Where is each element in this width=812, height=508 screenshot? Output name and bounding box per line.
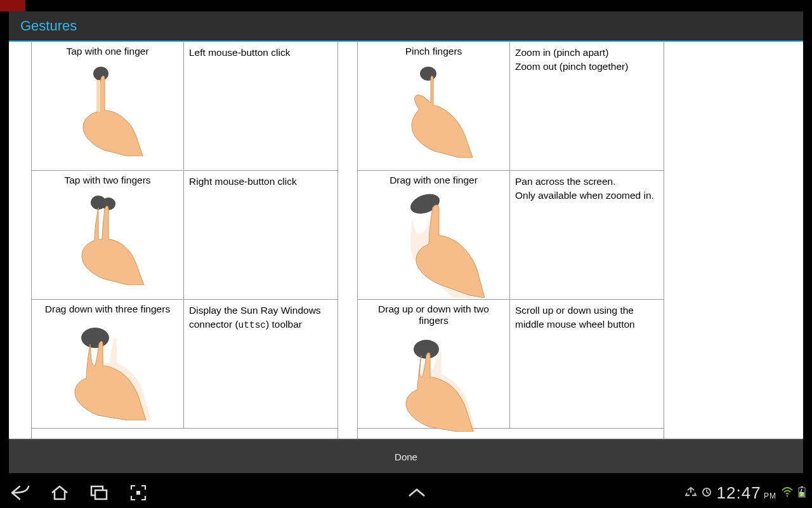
action-cell: Right mouse-button click <box>184 171 337 299</box>
action-cell: Pan across the screen. Only available wh… <box>510 171 664 299</box>
gesture-label: Drag with one finger <box>363 175 504 186</box>
left-gesture-table: Tap with one finger Left mouse-button cl… <box>32 42 337 439</box>
gesture-cell: Tap with one finger <box>32 42 184 170</box>
screenshot-icon[interactable] <box>128 483 148 503</box>
home-icon[interactable] <box>49 483 70 503</box>
gesture-label: Drag up or down with two fingers <box>363 304 504 326</box>
gestures-dialog: Gestures Tap with one finger Left mouse-… <box>9 11 803 473</box>
action-text-suffix: ) toolbar <box>266 319 302 330</box>
action-text: Pan across the screen. Only available wh… <box>515 176 654 201</box>
table-row: Tap with one finger Left mouse-button cl… <box>32 42 337 171</box>
center-gap <box>337 42 358 439</box>
two-finger-drag-icon <box>390 330 478 432</box>
svg-point-11 <box>787 495 789 497</box>
clock-time: 12:47 <box>717 483 761 502</box>
one-finger-drag-icon <box>383 190 485 298</box>
gesture-cell: Tap with two fingers <box>32 171 184 299</box>
right-gesture-table: Pinch fingers Zoom in (pinch apart) Zoom… <box>358 42 664 439</box>
svg-point-4 <box>420 67 436 81</box>
action-code: uttsc <box>239 320 266 330</box>
action-text: Left mouse-button click <box>189 47 290 58</box>
table-row: Drag up or down with two fingers Scroll … <box>358 300 664 429</box>
right-margin <box>664 42 785 439</box>
sync-icon <box>702 487 712 499</box>
one-finger-tap-icon <box>67 61 149 156</box>
svg-rect-13 <box>801 486 803 488</box>
recent-apps-icon[interactable] <box>89 483 109 503</box>
gesture-cell: Drag with one finger <box>358 171 510 299</box>
table-row: Drag with one finger Pan across the scre… <box>358 171 664 300</box>
action-cell: Left mouse-button click <box>184 42 337 170</box>
clock[interactable]: 12:47 PM <box>717 483 776 503</box>
gesture-cell: Pinch fingers <box>358 42 510 170</box>
gesture-label: Tap with two fingers <box>37 175 178 186</box>
action-text: Right mouse-button click <box>189 176 297 187</box>
done-label: Done <box>395 451 417 462</box>
background-app-stub <box>0 0 25 11</box>
action-cell: Scroll up or down using the middle mouse… <box>510 300 664 428</box>
table-row: Pinch fingers Zoom in (pinch apart) Zoom… <box>358 42 664 171</box>
done-button[interactable]: Done <box>9 439 803 473</box>
svg-point-3 <box>81 328 109 348</box>
recycle-icon <box>685 486 697 500</box>
gesture-label: Tap with one finger <box>37 46 178 57</box>
three-finger-drag-down-icon <box>63 319 152 420</box>
svg-rect-8 <box>95 490 107 499</box>
dialog-content: Tap with one finger Left mouse-button cl… <box>9 42 803 439</box>
action-cell: Zoom in (pinch apart) Zoom out (pinch to… <box>510 42 664 170</box>
action-text: Scroll up or down using the middle mouse… <box>515 305 635 330</box>
navbar-expand[interactable] <box>148 488 685 497</box>
action-cell: Display the Sun Ray Windows connector (u… <box>184 300 337 428</box>
gesture-cell: Drag up or down with two fingers <box>358 300 510 428</box>
action-text: Zoom in (pinch apart) Zoom out (pinch to… <box>515 47 628 72</box>
system-navbar: 12:47 PM <box>0 478 812 508</box>
table-row: Drag down with three fingers Display the… <box>32 300 337 429</box>
two-finger-tap-icon <box>67 190 149 285</box>
gesture-cell: Drag down with three fingers <box>32 300 184 428</box>
battery-icon <box>798 486 806 500</box>
table-row: Tap with two fingers Right mouse-button … <box>32 171 337 300</box>
gesture-label: Drag down with three fingers <box>37 304 178 315</box>
left-margin <box>9 42 32 439</box>
back-icon[interactable] <box>10 483 30 503</box>
clock-ampm: PM <box>764 491 776 500</box>
pinch-icon <box>393 61 475 159</box>
wifi-icon <box>782 487 793 499</box>
svg-rect-9 <box>136 491 140 495</box>
gesture-label: Pinch fingers <box>363 46 504 57</box>
dialog-title: Gestures <box>9 11 803 41</box>
